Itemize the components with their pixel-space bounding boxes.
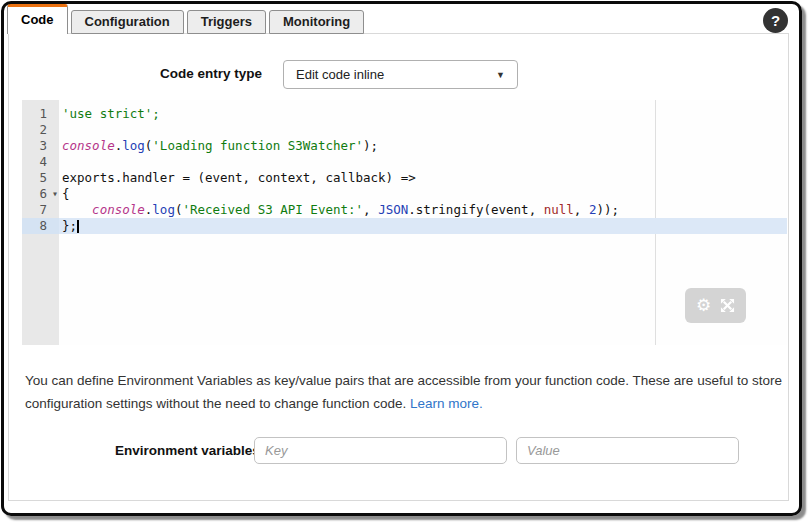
fold-triangle-icon[interactable]: ▾ xyxy=(52,186,58,202)
code-entry-type-value: Edit code inline xyxy=(296,67,384,82)
tab-configuration[interactable]: Configuration xyxy=(71,10,184,34)
code-line-text xyxy=(59,122,62,138)
tab-triggers[interactable]: Triggers xyxy=(187,10,266,34)
text-cursor xyxy=(77,220,79,233)
line-number: 4 xyxy=(22,154,59,170)
code-line-text xyxy=(59,154,62,170)
code-editor[interactable]: 1'use strict';23console.log('Loading fun… xyxy=(22,100,787,345)
env-value-input[interactable] xyxy=(516,437,739,464)
code-line[interactable]: 6▾{ xyxy=(22,186,787,202)
tab-code[interactable]: Code xyxy=(7,4,68,34)
env-variables-description: You can define Environment Variables as … xyxy=(25,369,783,415)
caret-down-icon: ▼ xyxy=(496,70,505,80)
line-number: 1 xyxy=(22,106,59,122)
learn-more-link[interactable]: Learn more. xyxy=(410,396,483,411)
code-line-text: { xyxy=(59,186,70,202)
tab-monitoring[interactable]: Monitoring xyxy=(269,10,364,34)
code-line[interactable]: 7 console.log('Received S3 API Event:', … xyxy=(22,202,787,218)
env-key-input[interactable] xyxy=(254,437,507,464)
line-number: 3 xyxy=(22,138,59,154)
line-number: 7 xyxy=(22,202,59,218)
gear-icon[interactable]: ⚙ xyxy=(696,297,711,314)
description-text: You can define Environment Variables as … xyxy=(25,373,782,411)
code-line-text: exports.handler = (event, context, callb… xyxy=(59,170,416,186)
tab-bar: CodeConfigurationTriggersMonitoring xyxy=(7,4,367,34)
editor-toolbar: ⚙ xyxy=(685,288,746,323)
code-line[interactable]: 4 xyxy=(22,154,787,170)
code-line[interactable]: 1'use strict'; xyxy=(22,106,787,122)
code-line[interactable]: 5exports.handler = (event, context, call… xyxy=(22,170,787,186)
code-line[interactable]: 3console.log('Loading function S3Watcher… xyxy=(22,138,787,154)
code-line[interactable]: 2 xyxy=(22,122,787,138)
help-button[interactable]: ? xyxy=(763,8,788,33)
code-line-text: console.log('Received S3 API Event:', JS… xyxy=(59,202,619,218)
environment-variables-label: Environment variables xyxy=(115,443,260,458)
code-line-text: 'use strict'; xyxy=(59,106,160,122)
code-line-text: }; xyxy=(59,218,79,234)
code-entry-type-select[interactable]: Edit code inline ▼ xyxy=(283,60,518,89)
line-number: 6▾ xyxy=(22,186,59,202)
question-mark-icon: ? xyxy=(771,12,780,29)
code-line[interactable]: 8}; xyxy=(22,218,787,234)
code-entry-type-label: Code entry type xyxy=(160,66,262,81)
line-number: 8 xyxy=(22,218,59,234)
line-number: 5 xyxy=(22,170,59,186)
code-line-text: console.log('Loading function S3Watcher'… xyxy=(59,138,378,154)
line-number: 2 xyxy=(22,122,59,138)
expand-arrows-icon[interactable] xyxy=(720,298,735,313)
lambda-function-screen: CodeConfigurationTriggersMonitoring ? Co… xyxy=(0,0,810,527)
